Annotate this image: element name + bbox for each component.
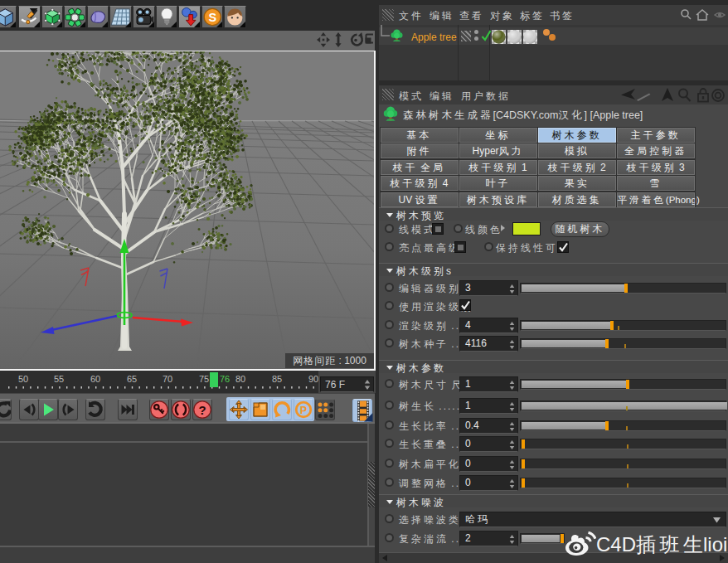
svg-text:S: S <box>208 11 216 24</box>
svg-text:?: ? <box>198 403 206 417</box>
svg-text:P: P <box>300 405 307 416</box>
